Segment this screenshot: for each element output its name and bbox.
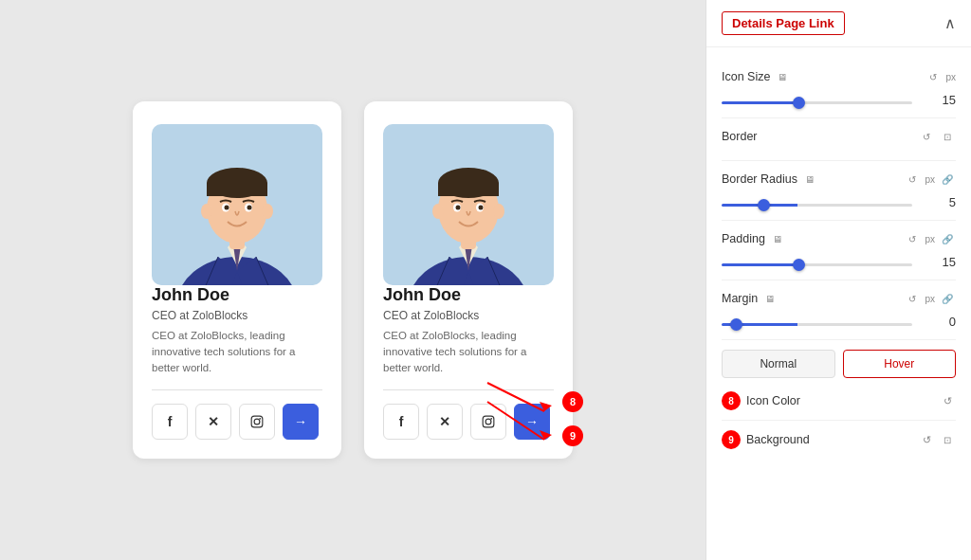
card1-instagram[interactable] bbox=[239, 404, 275, 440]
margin-slider-wrap bbox=[722, 313, 912, 330]
padding-label: Padding 🖥 bbox=[722, 230, 786, 247]
avatar-1 bbox=[152, 124, 322, 285]
profile-card-1: John Doe CEO at ZoloBlocks CEO at ZoloBl… bbox=[133, 101, 341, 460]
border-radius-input[interactable]: 5 bbox=[920, 195, 956, 209]
profile-card-2: John Doe CEO at ZoloBlocks CEO at ZoloBl… bbox=[364, 101, 573, 460]
padding-monitor-icon[interactable]: 🖥 bbox=[769, 230, 786, 247]
margin-row: Margin 🖥 ↺ px 🔗 0 bbox=[722, 280, 956, 340]
card1-twitter[interactable]: ✕ bbox=[195, 404, 231, 440]
margin-label-row: Margin 🖥 ↺ px 🔗 bbox=[722, 290, 956, 307]
normal-state-button[interactable]: Normal bbox=[722, 350, 835, 378]
icon-size-slider-wrap bbox=[722, 91, 912, 108]
icon-size-input[interactable]: 15 bbox=[920, 93, 956, 107]
border-expand-icon[interactable]: ⊡ bbox=[939, 128, 956, 145]
padding-slider[interactable] bbox=[722, 263, 912, 266]
svg-rect-30 bbox=[438, 183, 499, 196]
icon-size-slider-row: 15 bbox=[722, 91, 956, 108]
card2-bio: CEO at ZoloBlocks, leading innovative te… bbox=[383, 328, 554, 377]
svg-point-20 bbox=[254, 419, 260, 425]
icon-size-label-row: Icon Size 🖥 ↺ px bbox=[722, 68, 956, 85]
card2-socials: f ✕ → bbox=[383, 404, 550, 440]
border-radius-monitor-icon[interactable]: 🖥 bbox=[801, 171, 818, 188]
margin-input[interactable]: 0 bbox=[920, 315, 956, 329]
padding-unit[interactable]: px bbox=[925, 234, 935, 244]
margin-controls: ↺ px 🔗 bbox=[904, 290, 956, 307]
margin-slider[interactable] bbox=[722, 323, 912, 326]
padding-controls: ↺ px 🔗 bbox=[904, 230, 956, 247]
margin-reset-icon[interactable]: ↺ bbox=[904, 290, 921, 307]
svg-rect-41 bbox=[483, 417, 494, 428]
border-row: Border ↺ ⊡ bbox=[722, 118, 956, 161]
icon-size-reset-icon[interactable]: ↺ bbox=[925, 68, 942, 85]
hover-state-button[interactable]: Hover bbox=[843, 350, 957, 378]
state-toggle: Normal Hover bbox=[722, 350, 956, 378]
border-radius-unit[interactable]: px bbox=[925, 174, 935, 185]
icon-color-badge: 8 bbox=[722, 391, 741, 410]
card2-name: John Doe bbox=[383, 285, 461, 305]
card2-facebook[interactable]: f bbox=[383, 404, 419, 440]
padding-reset-icon[interactable]: ↺ bbox=[904, 230, 921, 247]
border-radius-slider-wrap bbox=[722, 193, 912, 210]
border-radius-slider[interactable] bbox=[722, 204, 912, 207]
svg-point-11 bbox=[225, 205, 229, 209]
card2-divider bbox=[383, 389, 554, 390]
border-controls: ↺ ⊡ bbox=[918, 128, 956, 145]
svg-point-12 bbox=[247, 205, 252, 209]
settings-panel: Details Page Link ∧ Icon Size 🖥 ↺ px 15 bbox=[705, 0, 971, 560]
margin-link-icon[interactable]: 🔗 bbox=[939, 290, 956, 307]
background-reset-icon[interactable]: ↺ bbox=[918, 431, 935, 448]
margin-slider-row: 0 bbox=[722, 313, 956, 330]
border-radius-row: Border Radius 🖥 ↺ px 🔗 5 bbox=[722, 161, 956, 221]
card1-name: John Doe bbox=[152, 285, 229, 305]
padding-row: Padding 🖥 ↺ px 🔗 15 bbox=[722, 221, 956, 280]
padding-slider-row: 15 bbox=[722, 253, 956, 270]
border-label-row: Border ↺ ⊡ bbox=[722, 128, 956, 145]
card2-arrow[interactable]: → bbox=[514, 404, 550, 440]
icon-color-label: 8 Icon Color bbox=[722, 391, 800, 410]
background-badge: 9 bbox=[722, 430, 741, 449]
svg-point-43 bbox=[490, 418, 492, 420]
collapse-button[interactable]: ∧ bbox=[944, 14, 956, 32]
avatar-2 bbox=[383, 124, 554, 285]
margin-monitor-icon[interactable]: 🖥 bbox=[761, 290, 779, 307]
preview-area: John Doe CEO at ZoloBlocks CEO at ZoloBl… bbox=[0, 0, 705, 560]
panel-body: Icon Size 🖥 ↺ px 15 Border bbox=[706, 47, 971, 470]
icon-color-row: 8 Icon Color ↺ bbox=[722, 382, 956, 421]
background-expand-icon[interactable]: ⊡ bbox=[939, 431, 956, 448]
icon-size-unit[interactable]: px bbox=[945, 72, 956, 82]
svg-point-34 bbox=[479, 205, 484, 209]
padding-input[interactable]: 15 bbox=[920, 255, 956, 269]
margin-unit[interactable]: px bbox=[925, 294, 935, 304]
icon-size-label: Icon Size 🖥 bbox=[722, 68, 791, 85]
border-radius-link-icon[interactable]: 🔗 bbox=[939, 171, 956, 188]
padding-slider-wrap bbox=[722, 253, 912, 270]
card2-twitter[interactable]: ✕ bbox=[427, 404, 463, 440]
svg-rect-19 bbox=[251, 417, 263, 428]
border-radius-label: Border Radius 🖥 bbox=[722, 171, 818, 188]
card2-instagram[interactable] bbox=[470, 404, 506, 440]
icon-size-slider[interactable] bbox=[722, 101, 912, 104]
card1-facebook[interactable]: f bbox=[152, 404, 188, 440]
border-label: Border bbox=[722, 130, 758, 143]
svg-point-36 bbox=[493, 204, 504, 219]
card1-arrow[interactable]: → bbox=[283, 404, 319, 440]
card1-bio: CEO at ZoloBlocks, leading innovative te… bbox=[152, 328, 322, 377]
icon-size-row: Icon Size 🖥 ↺ px 15 bbox=[722, 59, 956, 118]
icon-size-monitor-icon[interactable]: 🖥 bbox=[774, 68, 791, 85]
svg-point-33 bbox=[456, 205, 461, 209]
icon-color-reset-icon[interactable]: ↺ bbox=[939, 392, 956, 409]
svg-point-35 bbox=[432, 204, 444, 219]
panel-header: Details Page Link ∧ bbox=[706, 0, 971, 47]
padding-label-row: Padding 🖥 ↺ px 🔗 bbox=[722, 230, 956, 247]
svg-point-42 bbox=[486, 419, 491, 425]
svg-point-14 bbox=[262, 204, 273, 219]
border-radius-slider-row: 5 bbox=[722, 193, 956, 210]
background-label: 9 Background bbox=[722, 430, 810, 449]
padding-link-icon[interactable]: 🔗 bbox=[939, 230, 956, 247]
card1-divider bbox=[152, 389, 322, 390]
svg-point-21 bbox=[259, 418, 261, 420]
svg-point-13 bbox=[201, 204, 212, 219]
border-radius-reset-icon[interactable]: ↺ bbox=[904, 171, 921, 188]
border-reset-icon[interactable]: ↺ bbox=[918, 128, 935, 145]
icon-size-controls: ↺ px bbox=[925, 68, 956, 85]
